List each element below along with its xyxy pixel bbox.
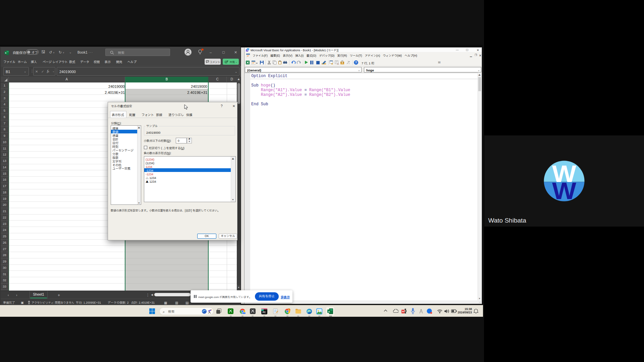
svg-text:x: x	[5, 52, 6, 54]
svg-text:PC: PC	[263, 311, 266, 313]
svg-text:W: W	[552, 161, 576, 187]
svg-text:x: x	[328, 310, 330, 313]
